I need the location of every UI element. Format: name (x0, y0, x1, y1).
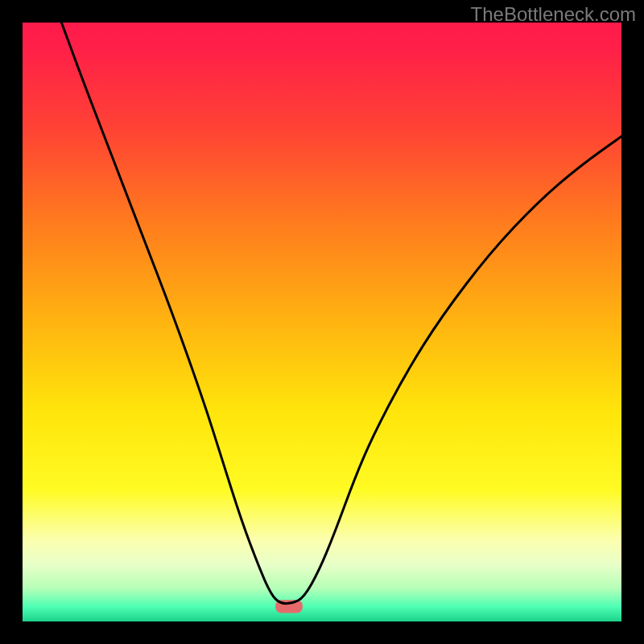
gradient-background (23, 23, 621, 621)
chart-svg (23, 23, 621, 621)
watermark-text: TheBottleneck.com (471, 3, 636, 26)
plot-area (23, 23, 621, 621)
chart-frame: TheBottleneck.com (0, 0, 644, 644)
